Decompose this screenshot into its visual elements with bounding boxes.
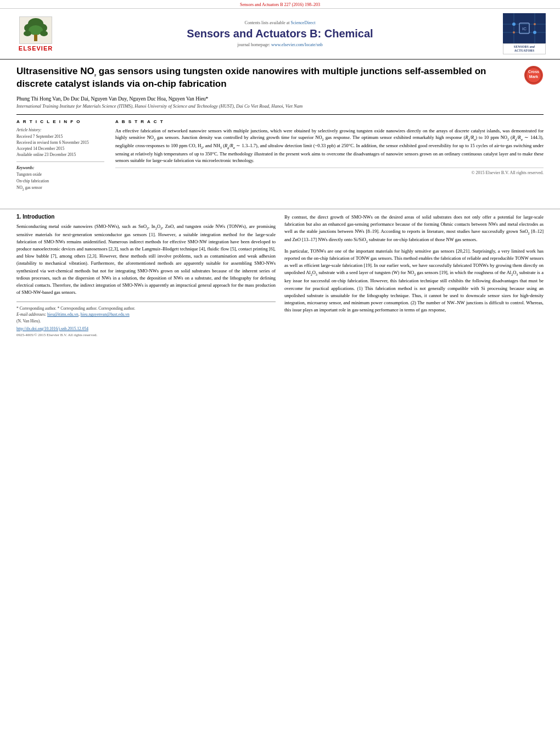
footnote-email: E-mail addresses: hieu@itims.edu.vn, hie… [16, 311, 276, 317]
body-left-column: 1. Introduction Semiconducting metal oxi… [16, 214, 276, 337]
intro-paragraph-right-2: In particular, TONWs are one of the impo… [284, 248, 544, 314]
contents-line: Contents lists available at ScienceDirec… [66, 20, 494, 25]
article-info-header: A R T I C L E I N F O [16, 119, 104, 124]
authors: Phung Thi Hong Van, Do Duc Dai, Nguyen V… [16, 96, 544, 102]
email-link-2[interactable]: hieu.nguyenvan@hust.edu.vn [81, 312, 130, 317]
elsevier-tree-image [19, 16, 52, 44]
abstract-header: A B S T R A C T [115, 119, 544, 124]
article-title: Ultrasensitive NO2 gas sensors using tun… [16, 65, 518, 90]
page: Sensors and Actuators B 227 (2016) 198–2… [0, 0, 560, 742]
article-history-group: Article history: Received 7 September 20… [16, 127, 104, 158]
svg-text:Cross: Cross [528, 70, 539, 74]
body-content: 1. Introduction Semiconducting metal oxi… [0, 209, 560, 342]
svg-point-7 [40, 31, 48, 36]
keyword-no2: NO2 gas sensor [16, 185, 104, 192]
intro-section-title: 1. Introduction [16, 214, 276, 220]
svg-text:IC: IC [522, 26, 527, 31]
email-link-1[interactable]: hieu@itims.edu.vn [47, 312, 79, 317]
keywords-group: Keywords: Tungsten oxide On-chip fabrica… [16, 165, 104, 192]
info-divider [16, 161, 104, 162]
body-right-column: By contrast, the direct growth of SMO-NW… [284, 214, 544, 337]
svg-point-15 [513, 31, 515, 34]
journal-title: Sensors and Actuators B: Chemical [66, 27, 494, 40]
sa-logo-image: IC [503, 13, 546, 43]
crossmark-logo: Cross Mark [524, 65, 544, 85]
sensors-actuators-logo: IC SENSORS and ACTUATORS [500, 13, 549, 54]
received-date: Received 7 September 2015 Received in re… [16, 133, 104, 158]
keywords-label: Keywords: [16, 165, 104, 170]
abstract-column: A B S T R A C T An effective fabrication… [115, 119, 544, 196]
svg-point-14 [533, 31, 536, 34]
article-content: Ultrasensitive NO2 gas sensors using tun… [0, 60, 560, 206]
elsevier-text-label: ELSEVIER [19, 45, 53, 52]
svg-rect-5 [34, 35, 37, 41]
title-block: Ultrasensitive NO2 gas sensors using tun… [16, 65, 544, 92]
elsevier-logo: ELSEVIER [11, 16, 60, 52]
svg-point-16 [534, 23, 536, 25]
footnote-name: (N. Van Hieu). [16, 318, 276, 324]
intro-paragraph-1: Semiconducting metal oxide nanowires (SM… [16, 223, 276, 297]
footnote-corresponding: * Corresponding author. * Corresponding … [16, 305, 276, 311]
info-abstract-section: A R T I C L E I N F O Article history: R… [16, 114, 544, 196]
affiliation: International Training Institute for Mat… [16, 103, 544, 109]
journal-citation: Sensors and Actuators B 227 (2016) 198–2… [240, 2, 320, 7]
journal-header: ELSEVIER Contents lists available at Sci… [0, 9, 560, 60]
sciencedirect-link[interactable]: ScienceDirect [291, 20, 316, 25]
copyright-notice: © 2015 Elsevier B.V. All rights reserved… [115, 168, 544, 175]
header-center: Contents lists available at ScienceDirec… [60, 20, 500, 47]
svg-text:Mark: Mark [529, 75, 538, 79]
journal-homepage: journal homepage: www.elsevier.com/locat… [66, 42, 494, 47]
keywords-list: Tungsten oxide On-chip fabrication NO2 g… [16, 171, 104, 192]
footnote-section: * Corresponding author. * Corresponding … [16, 302, 276, 337]
journal-homepage-link[interactable]: www.elsevier.com/locate/snb [271, 42, 323, 47]
abstract-text: An effective fabrication of networked na… [115, 127, 544, 165]
svg-point-6 [24, 31, 31, 36]
intro-paragraph-right-1: By contrast, the direct growth of SMO-NW… [284, 214, 544, 244]
history-label: Article history: [16, 127, 104, 132]
svg-point-13 [512, 23, 516, 26]
sa-logo-text: SENSORS and ACTUATORS [503, 43, 546, 54]
issn-text: 0925-4005/© 2015 Elsevier B.V. All right… [16, 333, 276, 337]
article-info-column: A R T I C L E I N F O Article history: R… [16, 119, 104, 196]
journal-bar: Sensors and Actuators B 227 (2016) 198–2… [0, 0, 560, 9]
doi-link[interactable]: http://dx.doi.org/10.1016/j.snb.2015.12.… [16, 326, 276, 331]
